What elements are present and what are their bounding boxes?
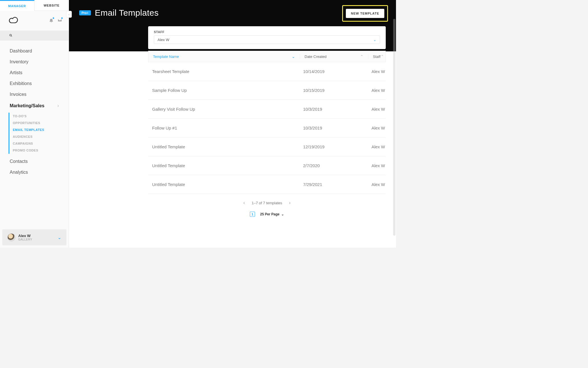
sidebar-item-label: Dashboard	[10, 48, 32, 54]
primary-nav: DashboardInventoryArtistsExhibitionsInvo…	[0, 41, 69, 229]
cell-name: Follow Up #1	[148, 126, 300, 130]
staff-select-value: Alex W	[158, 38, 169, 42]
table-row[interactable]: Gallery Visit Follow Up10/3/2019Alex W	[148, 100, 386, 119]
new-template-button[interactable]: NEW TEMPLATE	[346, 9, 384, 18]
sidebar-search-button[interactable]	[0, 31, 69, 41]
table-row[interactable]: Follow Up #110/3/2019Alex W	[148, 119, 386, 138]
table-header: Template Name ⌄ Date Created ⌃ Staff ⌃	[148, 51, 386, 62]
new-template-highlight: NEW TEMPLATE	[342, 5, 388, 22]
sidebar-tabs: MANAGER WEBSITE	[0, 0, 69, 11]
sidebar-item-label: Invoices	[10, 92, 26, 97]
logo-row	[0, 11, 69, 31]
cell-staff: Alex W	[368, 107, 386, 112]
scrollbar[interactable]	[393, 19, 395, 236]
col-date-created[interactable]: Date Created ⌃	[300, 54, 368, 59]
cell-name: Gallery Visit Follow Up	[148, 107, 300, 112]
cell-staff: Alex W	[368, 182, 386, 187]
sidebar-item-label: Exhibitions	[10, 81, 32, 86]
pagination-range: 1–7 of 7 templates	[252, 201, 282, 205]
cell-staff: Alex W	[368, 69, 386, 74]
cell-staff: Alex W	[368, 88, 386, 93]
col-template-name-label: Template Name	[153, 54, 179, 59]
cell-date: 2/7/2020	[300, 163, 368, 168]
sort-asc-icon: ⌃	[360, 54, 364, 59]
chevron-left-icon: ‹	[68, 13, 70, 16]
chevron-down-icon: ⌄	[281, 212, 284, 216]
user-info: Alex W GALLERY	[18, 234, 55, 241]
sidebar-item-contacts[interactable]: Contacts	[0, 156, 69, 167]
mail-icon[interactable]	[57, 18, 62, 24]
table-row[interactable]: Tearsheet Template10/14/2019Alex W	[148, 62, 386, 81]
sidebar-collapse-toggle[interactable]: ‹	[66, 11, 72, 18]
sidebar-item-label: Marketing/Sales	[10, 103, 44, 108]
table-row[interactable]: Untitled Template12/19/2019Alex W	[148, 138, 386, 156]
cell-staff: Alex W	[368, 126, 386, 130]
cloud-logo-icon	[9, 15, 19, 27]
sidebar-subitem-to-do-s[interactable]: TO-DO'S	[9, 113, 69, 120]
sidebar-subitem-audiences[interactable]: AUDIENCES	[9, 133, 69, 140]
cell-staff: Alex W	[368, 144, 386, 149]
table-body: Tearsheet Template10/14/2019Alex WSample…	[148, 62, 386, 194]
table-row[interactable]: Sample Follow Up10/15/2019Alex W	[148, 81, 386, 100]
sidebar-item-label: Inventory	[10, 59, 28, 64]
sidebar-item-exhibitions[interactable]: Exhibitions	[0, 78, 69, 89]
col-staff[interactable]: Staff ⌃	[368, 54, 386, 59]
user-role: GALLERY	[18, 238, 55, 241]
sidebar-subitem-campaigns[interactable]: CAMPAIGNS	[9, 140, 69, 147]
avatar	[7, 233, 15, 241]
bell-icon[interactable]	[49, 18, 54, 24]
cell-date: 10/3/2019	[300, 126, 368, 130]
cell-date: 10/3/2019	[300, 107, 368, 112]
col-staff-label: Staff	[373, 54, 381, 59]
sidebar-item-invoices[interactable]: Invoices	[0, 89, 69, 100]
sort-asc-icon: ⌃	[381, 54, 384, 59]
cell-staff: Alex W	[368, 163, 386, 168]
cell-date: 12/19/2019	[300, 144, 368, 149]
sidebar: MANAGER WEBSITE ‹ DashboardInventoryArti…	[0, 0, 69, 248]
sidebar-item-analytics[interactable]: Analytics	[0, 167, 69, 178]
sidebar-item-inventory[interactable]: Inventory	[0, 56, 69, 67]
filter-label: STAFF	[154, 30, 380, 34]
user-footer[interactable]: Alex W GALLERY ⌄	[2, 229, 66, 245]
search-icon	[9, 33, 13, 38]
sidebar-subitem-promo-codes[interactable]: PROMO CODES	[9, 147, 69, 154]
filter-card: STAFF Alex W ⌄	[148, 26, 386, 49]
sidebar-item-label: Artists	[10, 70, 22, 75]
cell-name: Sample Follow Up	[148, 88, 300, 93]
cell-date: 10/15/2019	[300, 88, 368, 93]
tab-website[interactable]: WEBSITE	[34, 0, 69, 11]
cell-date: 10/14/2019	[300, 69, 368, 74]
templates-table: Template Name ⌄ Date Created ⌃ Staff ⌃ T…	[148, 51, 386, 248]
staff-select[interactable]: Alex W ⌄	[154, 35, 380, 44]
sidebar-item-artists[interactable]: Artists	[0, 67, 69, 78]
cell-name: Untitled Template	[148, 182, 300, 187]
sort-desc-icon: ⌄	[292, 54, 295, 59]
sidebar-subitem-opportunities[interactable]: OPPORTUNITIES	[9, 120, 69, 126]
chevron-down-icon: ⌄	[373, 38, 376, 42]
chevron-down-icon: ⌄	[58, 235, 61, 240]
col-date-created-label: Date Created	[305, 54, 326, 59]
pagination: ‹ 1–7 of 7 templates › 1 25 Per Page ⌄	[148, 194, 386, 219]
next-page-button[interactable]: ›	[289, 200, 290, 205]
page-title: Email Templates	[95, 8, 159, 18]
sidebar-item-marketing-sales[interactable]: Marketing/Sales›	[0, 100, 69, 112]
table-row[interactable]: Untitled Template2/7/2020Alex W	[148, 156, 386, 175]
prev-page-button[interactable]: ‹	[243, 200, 245, 205]
sidebar-item-dashboard[interactable]: Dashboard	[0, 46, 69, 56]
table-row[interactable]: Untitled Template7/29/2021Alex W	[148, 175, 386, 194]
tab-manager[interactable]: MANAGER	[0, 0, 34, 11]
main-area: Pro+ Email Templates NEW TEMPLATE STAFF …	[69, 0, 396, 248]
chevron-right-icon: ›	[57, 103, 59, 109]
cell-name: Tearsheet Template	[148, 69, 300, 74]
cell-name: Untitled Template	[148, 144, 300, 149]
sidebar-item-label: Contacts	[10, 159, 28, 164]
sidebar-subitem-email-templates[interactable]: EMAIL TEMPLATES	[9, 126, 69, 133]
per-page-label: 25 Per Page	[260, 212, 279, 216]
pro-badge: Pro+	[79, 10, 91, 15]
notification-dot	[61, 17, 63, 19]
cell-date: 7/29/2021	[300, 182, 368, 187]
sidebar-subnav: TO-DO'SOPPORTUNITIESEMAIL TEMPLATESAUDIE…	[9, 113, 69, 154]
page-number-1[interactable]: 1	[250, 212, 255, 217]
per-page-select[interactable]: 25 Per Page ⌄	[260, 212, 284, 216]
col-template-name[interactable]: Template Name ⌄	[148, 54, 300, 59]
